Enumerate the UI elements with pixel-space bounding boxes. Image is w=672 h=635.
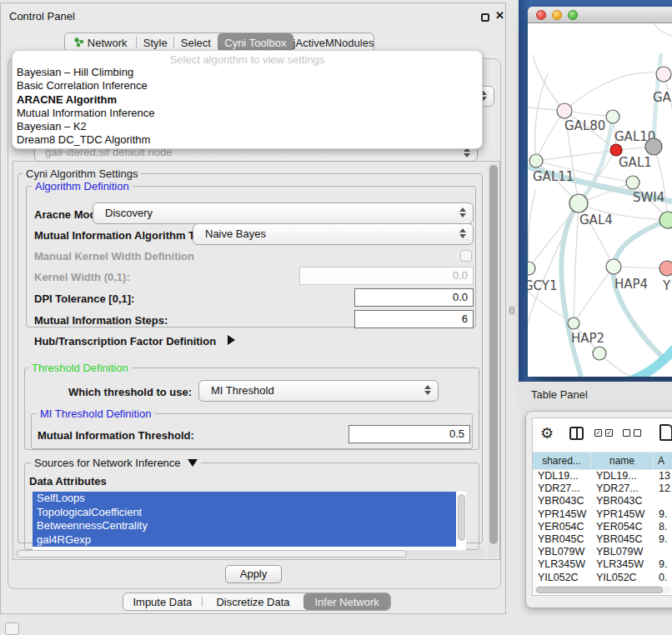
algorithm-option[interactable]: Bayesian – K2	[13, 120, 482, 133]
network-edge-highlighted[interactable]	[626, 345, 672, 377]
table-cell: YBR045C	[533, 533, 591, 546]
data-attribute-item[interactable]: BetweennessCentrality	[33, 519, 456, 533]
collapse-down-icon[interactable]	[188, 459, 198, 467]
network-edge[interactable]	[533, 55, 564, 111]
table-cell: 13	[654, 470, 672, 482]
divider-grip-icon[interactable]	[509, 307, 514, 314]
network-edge[interactable]	[574, 267, 614, 323]
network-node-swi4[interactable]	[626, 176, 639, 189]
mi-threshold-group-title: MI Threshold Definition	[37, 408, 154, 420]
tab-jactivemnodules[interactable]: jActiveMNodules	[293, 33, 374, 52]
uncheck-all-icon-2[interactable]	[634, 429, 641, 437]
data-attribute-item[interactable]: gal4RGexp	[33, 533, 456, 548]
panel-divider[interactable]	[507, 0, 519, 635]
zoom-traffic-light[interactable]	[568, 10, 578, 20]
table-cell: YIL052C	[591, 572, 654, 584]
table-cell	[654, 546, 672, 558]
network-edge[interactable]	[614, 267, 667, 268]
check-all-icon[interactable]: ✓	[594, 429, 602, 437]
network-node-gal1[interactable]	[610, 144, 622, 156]
network-node-gal4[interactable]	[569, 194, 588, 212]
table-row[interactable]: YBR045CYBR045C9.	[533, 533, 672, 546]
network-node-gal80[interactable]	[557, 103, 572, 118]
network-node-gal10[interactable]	[606, 110, 619, 123]
network-node[interactable]	[593, 347, 606, 360]
tab-discretize-data[interactable]: Discretize Data	[203, 593, 304, 610]
table-header-row: shared... name A	[533, 452, 672, 470]
float-window-icon[interactable]	[481, 13, 489, 22]
page-icon[interactable]	[659, 424, 672, 441]
settings-gear-icon[interactable]: ⚙	[540, 424, 554, 442]
table-row[interactable]: YPR145WYPR145W9.	[533, 508, 672, 521]
sources-title-text: Sources for Network Inference	[34, 457, 181, 469]
dpi-tolerance-input[interactable]: 0.0	[354, 288, 474, 307]
column-header-shared-name[interactable]: shared...	[533, 452, 591, 470]
network-edge[interactable]	[535, 73, 548, 161]
mi-steps-input[interactable]: 6	[354, 310, 474, 328]
table-row[interactable]: YER054CYER054C8.	[533, 521, 672, 533]
check-all-icon-2[interactable]: ✓	[605, 429, 613, 437]
table-horizontal-scrollbar[interactable]	[534, 586, 671, 593]
algorithm-option[interactable]: Mutual Information Inference	[13, 107, 482, 120]
network-edge[interactable]	[564, 72, 664, 111]
network-node-gal[interactable]	[656, 67, 671, 82]
data-attribute-item[interactable]: TopologicalCoefficient	[33, 506, 456, 520]
network-node-gcy1[interactable]	[528, 262, 535, 275]
network-edge[interactable]	[529, 190, 536, 268]
table-row[interactable]: YBL079WYBL079W	[533, 546, 672, 558]
list-scrollbar[interactable]	[458, 494, 465, 541]
vertical-scrollbar[interactable]	[488, 162, 499, 558]
table-row[interactable]: YIL052CYIL052C0.	[533, 572, 672, 584]
expand-right-icon[interactable]	[228, 335, 235, 345]
tab-select[interactable]: Select	[174, 33, 218, 52]
network-edge[interactable]	[536, 111, 564, 161]
uncheck-all-icon[interactable]	[623, 429, 630, 437]
minimize-traffic-light[interactable]	[552, 10, 562, 20]
table-row[interactable]: YDR27...YDR27...12	[533, 482, 672, 495]
mi-threshold-input[interactable]: 0.5	[349, 425, 470, 443]
column-header-clipped[interactable]: A	[654, 452, 672, 470]
network-node-y[interactable]	[659, 261, 672, 276]
algorithm-option[interactable]: Bayesian – Hill Climbing	[13, 66, 482, 79]
manual-kernel-width-checkbox[interactable]	[460, 250, 472, 262]
table-cell: YPR145W	[533, 508, 591, 521]
network-node-hap4[interactable]	[606, 259, 621, 274]
tab-impute-data[interactable]: Impute Data	[123, 593, 202, 610]
network-node[interactable]	[645, 138, 662, 155]
algorithm-option[interactable]: Basic Correlation Inference	[13, 79, 482, 92]
column-header-name[interactable]: name	[591, 452, 654, 470]
close-traffic-light[interactable]	[536, 10, 546, 20]
data-attribute-item[interactable]: SelfLoops	[33, 492, 456, 506]
apply-button[interactable]: Apply	[225, 565, 282, 583]
network-edge[interactable]	[574, 203, 579, 323]
table-cell: YBR045C	[591, 533, 654, 546]
network-node[interactable]	[659, 212, 672, 228]
aracne-mode-combobox[interactable]: Discovery	[93, 202, 474, 224]
collapsed-panel-button[interactable]	[5, 622, 19, 635]
network-edge[interactable]	[651, 23, 672, 37]
tab-style[interactable]: Style	[137, 33, 173, 52]
split-columns-icon[interactable]	[569, 427, 584, 440]
table-row[interactable]: YLR345WYLR345W9.	[533, 558, 672, 571]
network-canvas[interactable]: GALGAL80GAL10GAL1GAL11SWI4GAL4GCY1HAP4YH…	[528, 23, 672, 377]
network-edge[interactable]	[654, 147, 668, 220]
tab-cyni-toolbox[interactable]: Cyni Toolbox	[218, 33, 293, 52]
network-edge[interactable]	[529, 203, 579, 268]
network-node-gal11[interactable]	[529, 154, 543, 168]
mi-algorithm-type-combobox[interactable]: Naive Bayes	[193, 223, 474, 245]
tab-network[interactable]: Network	[65, 33, 136, 52]
algorithm-option[interactable]: Dream8 DC_TDC Algorithm	[13, 133, 482, 147]
which-threshold-combobox[interactable]: MI Threshold	[198, 380, 439, 402]
kernel-width-input[interactable]: 0.0	[299, 267, 474, 285]
tab-infer-network[interactable]: Infer Network	[303, 593, 390, 610]
node-label: GAL4	[579, 212, 613, 228]
algorithm-option-list: Bayesian – Hill ClimbingBasic Correlatio…	[13, 66, 482, 148]
mi-algorithm-type-label: Mutual Information Algorithm Type:	[34, 229, 217, 242]
network-window-titlebar[interactable]	[528, 7, 672, 23]
table-row[interactable]: YDL19...YDL19...13	[533, 470, 672, 482]
close-icon[interactable]: ✕	[495, 9, 504, 22]
network-edge-highlighted[interactable]	[561, 203, 581, 377]
table-row[interactable]: YBR043CYBR043C	[533, 495, 672, 508]
algorithm-option[interactable]: ARACNE Algorithm	[13, 93, 482, 107]
network-node-hap2[interactable]	[568, 318, 579, 329]
